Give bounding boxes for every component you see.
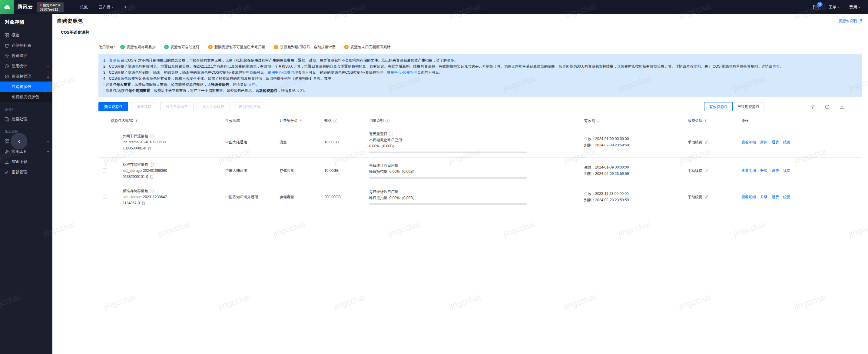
set-auto-renew-button[interactable]: 设为自动续费 — [160, 102, 193, 111]
category-cell: 流量 — [280, 140, 324, 145]
topbar-menu-item[interactable]: 工单▾ — [829, 4, 840, 10]
sidebar: 对象存储 概览存储桶列表收藏路径使用统计▾资源包管理▴自购资源包免费额度资源包存… — [0, 14, 52, 354]
sidebar-item[interactable]: 密钥管理 — [0, 167, 52, 177]
action-link[interactable]: 退费 — [772, 195, 779, 200]
valid-packages-filter[interactable]: 有效资源包 — [704, 102, 733, 111]
usage-progress-bar — [369, 151, 527, 153]
copy-icon[interactable] — [148, 146, 151, 150]
banner-link[interactable]: 文档 — [248, 83, 256, 87]
package-docs-link[interactable]: 资源包说明 — [839, 19, 862, 24]
topbar-menu-item-label: 工单 — [829, 4, 837, 10]
buy-package-button[interactable]: 购买资源包 — [98, 102, 128, 111]
usage-line: 昨日抵扣量: 0.00%（0.00B） — [369, 169, 584, 175]
topbar-nav-item[interactable]: 总览 — [80, 4, 88, 10]
select-all-checkbox[interactable] — [103, 119, 107, 123]
action-link[interactable]: 续费 — [783, 168, 790, 173]
column-header-label: 生效地域 — [225, 118, 240, 123]
column-header-label: 资源包名称/ID — [111, 118, 133, 123]
category-cell: 存储容量 — [280, 168, 324, 173]
info-icon[interactable]: i — [389, 132, 393, 136]
external-link-icon — [858, 19, 862, 23]
row-checkbox-cell — [98, 168, 111, 173]
filter-icon[interactable] — [299, 119, 303, 122]
mail-button[interactable]: 11 — [813, 5, 819, 9]
banner-text: 新购资源包 — [259, 88, 277, 93]
sidebar-item[interactable]: 概览 — [0, 30, 52, 40]
sidebar-item[interactable]: 收藏路径 — [0, 51, 52, 61]
banner-link[interactable]: 更多 — [447, 58, 454, 62]
sidebar-subitem[interactable]: 自购资源包 — [0, 82, 52, 92]
info-icon[interactable]: i — [150, 134, 154, 138]
copy-icon[interactable] — [142, 201, 145, 205]
banner-link[interactable]: 文档 — [297, 88, 304, 93]
action-link[interactable]: 续费 — [783, 140, 790, 145]
banner-link[interactable]: 费用中心-续费管理 — [268, 70, 298, 75]
refresh-button[interactable] — [825, 104, 830, 110]
sidebar-item[interactable]: 资源包管理▴ — [0, 71, 52, 82]
usage-note-item: ✓资源包可自助退订 — [164, 45, 199, 50]
topbar: 腾讯云 预览156234 09507ee212 总览云产品▾+ 11工单▾费用▾ — [0, 0, 868, 14]
brand-logo[interactable] — [0, 0, 14, 14]
copy-icon[interactable] — [150, 175, 153, 179]
sidebar-collapse-button[interactable]: ‹ — [11, 133, 27, 149]
row-checkbox[interactable] — [103, 195, 107, 199]
sidebar-item[interactable]: 常用工具▾ — [0, 146, 52, 157]
filter-icon[interactable] — [704, 119, 707, 122]
pencil-icon[interactable] — [705, 195, 708, 199]
info-icon[interactable]: i — [333, 119, 337, 123]
sidebar-subitem[interactable]: 免费额度资源包 — [0, 92, 52, 102]
action-link[interactable]: 新购 — [760, 140, 768, 145]
action-link[interactable]: 退费 — [772, 140, 779, 145]
tab-cos-basic[interactable]: COS基础资源包 — [60, 28, 90, 37]
sidebar-subitem-label: 免费额度资源包 — [11, 94, 39, 100]
usage-text: 昨日抵扣量: 0.00%（0.00B） — [369, 169, 416, 175]
row-checkbox[interactable] — [103, 168, 107, 173]
pencil-icon[interactable] — [705, 140, 708, 144]
banner-link[interactable]: 文档 — [693, 64, 701, 68]
action-link[interactable]: 查看明细 — [741, 168, 756, 173]
sidebar-item[interactable]: 使用统计▾ — [0, 61, 52, 71]
sidebar-item[interactable]: 批量处理 — [0, 114, 52, 124]
action-link[interactable]: 升级 — [760, 168, 768, 173]
set-manual-renew-button[interactable]: 设为手动续费 — [196, 102, 230, 111]
sort-icon[interactable] — [597, 119, 599, 123]
column-header-label: 规格 — [324, 118, 332, 123]
batch-renew-button[interactable]: 批量续费 — [131, 102, 157, 111]
action-link[interactable]: 退费 — [772, 168, 779, 173]
set-expire-norenew-button[interactable]: 设为到期不续 — [233, 102, 266, 111]
package-id-text: 1380500081-0 — [123, 145, 146, 151]
validity-end: 到期：2024-02-09 23:59:59 — [584, 142, 688, 148]
action-link[interactable]: 续费 — [783, 195, 790, 200]
banner-link[interactable]: 资源包 — [109, 58, 120, 62]
row-checkbox[interactable] — [103, 140, 107, 144]
topbar-nav-item[interactable]: + — [124, 5, 127, 9]
toolbar-buttons: 购买资源包批量续费设为自动续费设为手动续费设为到期不续 — [98, 102, 266, 111]
action-link[interactable]: 查看明细 — [741, 140, 756, 145]
package-name-text: 外网下行流量包 — [123, 133, 148, 139]
validity-cell: 生效：2023-11-23 00:00:00到期：2024-02-23 23:5… — [584, 190, 688, 203]
sidebar-item-label: 批量处理 — [11, 116, 49, 122]
sidebar-item-label: 常用工具 — [11, 149, 47, 154]
region-cell: 中国香港和海外通用 — [225, 195, 280, 200]
topbar-menu-item[interactable]: 费用▾ — [849, 4, 860, 10]
usage-notes-list: ✓资源包规格可叠加✓资源包可自助退订i新购资源包不可抵扣已出账用量i资源包到期/… — [120, 45, 391, 50]
pencil-icon[interactable] — [705, 169, 708, 173]
sidebar-item[interactable]: SDK下载 — [0, 157, 52, 167]
settings-button[interactable] — [810, 104, 815, 110]
topbar-nav-item[interactable]: 云产品▾ — [99, 4, 114, 10]
action-link[interactable]: 查看明细 — [741, 195, 756, 200]
info-icon[interactable]: i — [385, 119, 390, 123]
banner-link[interactable]: 查看 — [772, 64, 780, 68]
info-icon[interactable]: i — [150, 189, 154, 193]
action-link[interactable]: 升级 — [760, 195, 768, 200]
key-icon — [4, 170, 9, 175]
download-button[interactable] — [840, 104, 845, 110]
banner-link[interactable]: 费用中心-续费管理 — [387, 70, 417, 75]
sidebar-item[interactable]: 存储桶列表 — [0, 40, 52, 51]
info-icon[interactable]: i — [150, 163, 154, 167]
region-cell: 中国大陆通用 — [225, 168, 280, 173]
usage-notes-label: 使用须知： — [98, 45, 117, 50]
filter-icon[interactable] — [135, 119, 138, 122]
usage-progress-bar — [369, 177, 527, 179]
expired-packages-filter[interactable]: 已过期资源包 — [732, 102, 765, 111]
